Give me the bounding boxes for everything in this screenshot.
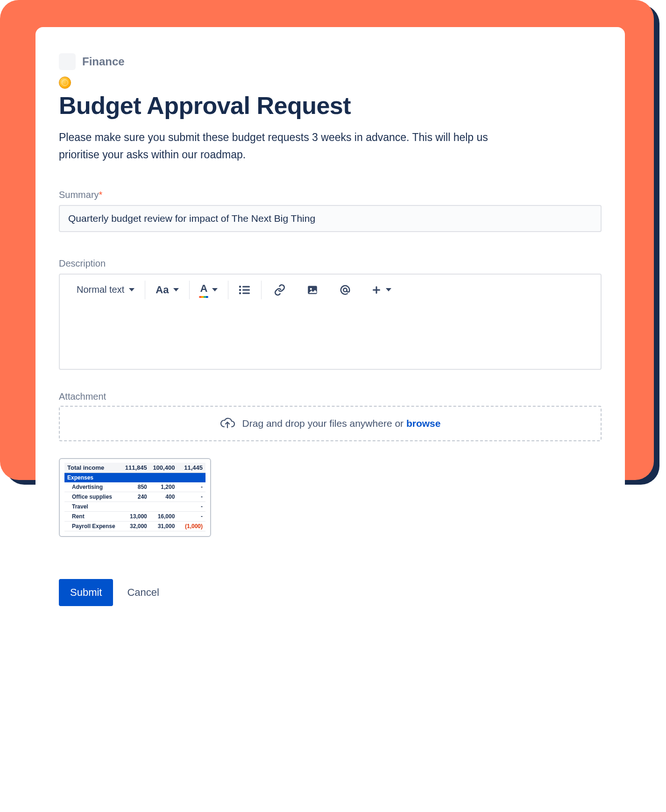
intro-text: Please make sure you submit these budget… [59, 129, 526, 163]
chevron-down-icon [212, 288, 218, 291]
chevron-down-icon [173, 288, 179, 291]
chevron-down-icon [129, 288, 135, 291]
table-row: Total income 111,845 100,400 11,445 [64, 463, 205, 473]
browse-link[interactable]: browse [406, 418, 441, 429]
cancel-button[interactable]: Cancel [127, 586, 159, 599]
bullet-list-button[interactable] [235, 282, 255, 298]
thumb-total-a: 111,845 [121, 464, 149, 471]
image-icon [306, 284, 319, 296]
summary-label-text: Summary [59, 190, 99, 200]
svg-rect-5 [242, 292, 250, 294]
table-row: Payroll Expense32,00031,000(1,000) [64, 522, 205, 531]
summary-label: Summary* [59, 190, 602, 200]
category-label[interactable]: Finance [82, 55, 125, 68]
editor-toolbar: Normal text Aa A [60, 275, 601, 305]
dropzone-text: Drag and drop your files anywhere or bro… [242, 418, 441, 429]
breadcrumb: Finance [59, 53, 602, 70]
svg-rect-1 [242, 286, 250, 287]
svg-rect-10 [373, 289, 380, 290]
submit-button[interactable]: Submit [59, 579, 113, 606]
link-icon [274, 284, 286, 296]
table-row: Rent13,00016,000- [64, 512, 205, 522]
table-row: Travel- [64, 502, 205, 512]
plus-icon [372, 285, 381, 295]
svg-point-4 [239, 292, 241, 294]
table-row: Advertising8501,200- [64, 482, 205, 492]
category-icon [59, 53, 76, 70]
svg-point-0 [239, 285, 241, 287]
attachment-label: Attachment [59, 391, 602, 402]
aa-icon: Aa [156, 284, 169, 296]
attachment-thumbnail[interactable]: Total income 111,845 100,400 11,445 Expe… [59, 458, 211, 537]
thumb-total-label: Total income [65, 464, 121, 471]
insert-more-dropdown[interactable] [368, 282, 395, 297]
text-color-dropdown[interactable]: A [196, 280, 221, 300]
description-textarea[interactable] [60, 305, 601, 369]
required-marker: * [99, 190, 103, 200]
form-card: Finance Budget Approval Request Please m… [35, 27, 625, 639]
link-button[interactable] [270, 281, 290, 299]
text-color-icon: A [200, 282, 207, 297]
bullet-list-icon [239, 285, 251, 295]
thumb-section-header: Expenses [64, 473, 205, 482]
description-editor: Normal text Aa A [59, 274, 602, 370]
svg-rect-3 [242, 289, 250, 290]
at-icon [339, 284, 351, 296]
svg-point-2 [239, 289, 241, 290]
thumb-total-c: 11,445 [177, 464, 205, 471]
description-label: Description [59, 258, 602, 269]
upload-cloud-icon [220, 417, 235, 431]
image-button[interactable] [303, 281, 322, 299]
coin-icon [59, 77, 71, 89]
form-actions: Submit Cancel [59, 579, 602, 606]
page-title: Budget Approval Request [59, 92, 602, 120]
attachment-dropzone[interactable]: Drag and drop your files anywhere or bro… [59, 406, 602, 441]
text-style-dropdown[interactable]: Normal text [73, 282, 138, 298]
dropzone-instruction: Drag and drop your files anywhere or [242, 418, 406, 429]
mention-button[interactable] [335, 281, 355, 299]
summary-input[interactable] [59, 205, 602, 232]
table-row: Office supplies240400- [64, 492, 205, 502]
thumb-total-b: 100,400 [149, 464, 177, 471]
chevron-down-icon [386, 288, 391, 291]
svg-point-7 [310, 288, 312, 289]
text-case-dropdown[interactable]: Aa [152, 281, 183, 299]
text-style-label: Normal text [77, 284, 124, 295]
